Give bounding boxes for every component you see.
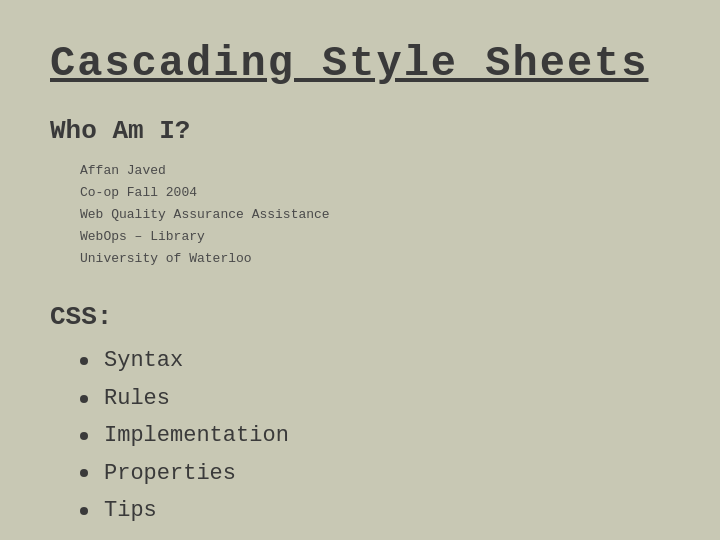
bullet-icon bbox=[80, 469, 88, 477]
list-item: Rules bbox=[80, 380, 670, 417]
bio-section: Affan Javed Co-op Fall 2004 Web Quality … bbox=[80, 160, 670, 270]
list-item-label: Syntax bbox=[104, 342, 183, 379]
list-item: Implementation bbox=[80, 417, 670, 454]
who-am-i-heading: Who Am I? bbox=[50, 116, 670, 146]
bio-line-3: Web Quality Assurance Assistance bbox=[80, 204, 670, 226]
bullet-icon bbox=[80, 432, 88, 440]
list-item-label: Properties bbox=[104, 455, 236, 492]
list-item-label: Tips bbox=[104, 492, 157, 529]
list-item: Properties bbox=[80, 455, 670, 492]
slide: Cascading Style Sheets Who Am I? Affan J… bbox=[0, 0, 720, 540]
css-heading: CSS: bbox=[50, 302, 670, 332]
bio-line-2: Co-op Fall 2004 bbox=[80, 182, 670, 204]
list-item-label: Rules bbox=[104, 380, 170, 417]
bullet-icon bbox=[80, 357, 88, 365]
bio-line-1: Affan Javed bbox=[80, 160, 670, 182]
bio-line-5: University of Waterloo bbox=[80, 248, 670, 270]
bio-line-4: WebOps – Library bbox=[80, 226, 670, 248]
page-title: Cascading Style Sheets bbox=[50, 40, 670, 88]
bullet-icon bbox=[80, 395, 88, 403]
css-list: Syntax Rules Implementation Properties T… bbox=[80, 342, 670, 529]
list-item-label: Implementation bbox=[104, 417, 289, 454]
list-item: Syntax bbox=[80, 342, 670, 379]
list-item: Tips bbox=[80, 492, 670, 529]
bullet-icon bbox=[80, 507, 88, 515]
